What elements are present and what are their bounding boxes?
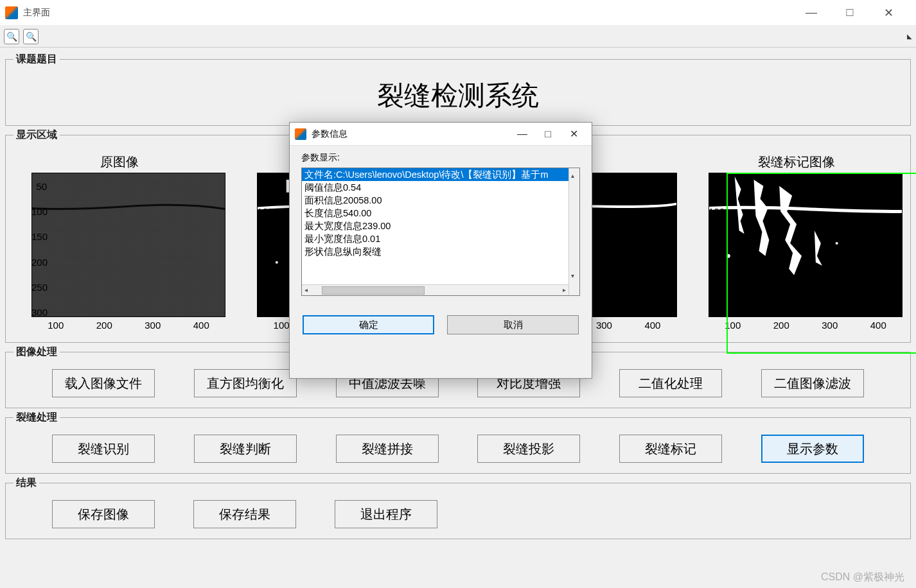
y-ticks: 50100150200250300 <box>257 173 274 317</box>
topic-legend: 课题题目 <box>13 53 60 66</box>
dialog-minimize-button[interactable]: — <box>509 128 535 140</box>
listbox-item[interactable]: 长度信息540.00 <box>302 207 579 220</box>
binary-filter-button[interactable]: 二值图像滤波 <box>761 369 864 397</box>
dialog-close-button[interactable]: ✕ <box>561 128 586 140</box>
listbox-item[interactable]: 最大宽度信息239.00 <box>302 220 579 232</box>
zoom-in-icon[interactable]: 🔍 <box>4 29 19 44</box>
crack-proc-fieldset: 裂缝处理 裂缝识别 裂缝判断 裂缝拼接 裂缝投影 裂缝标记 显示参数 <box>5 411 911 474</box>
save-result-button[interactable]: 保存结果 <box>193 500 296 528</box>
params-listbox[interactable]: 文件名:C:\Users\lenovo\Desktop\待改\【裂缝识别】基于m… <box>301 168 580 296</box>
axes-title-1: 原图像 <box>13 153 225 169</box>
crack-mark-button[interactable]: 裂缝标记 <box>619 435 722 463</box>
load-image-button[interactable]: 载入图像文件 <box>52 369 155 397</box>
save-image-button[interactable]: 保存图像 <box>52 500 155 528</box>
crack-recognize-button[interactable]: 裂缝识别 <box>52 435 155 463</box>
svg-point-5 <box>276 261 278 264</box>
histeq-button[interactable]: 直方图均衡化 <box>194 369 297 397</box>
show-params-button[interactable]: 显示参数 <box>761 435 864 463</box>
dialog-titlebar[interactable]: 参数信息 — □ ✕ <box>290 123 592 146</box>
app-icon <box>5 6 18 19</box>
svg-rect-1 <box>32 173 225 316</box>
listbox-item[interactable]: 阈值信息0.54 <box>302 181 579 194</box>
dialog-app-icon <box>295 128 306 140</box>
axes-original: 原图像 50100150200250300 100200300400 <box>13 153 225 331</box>
axes-marked: 裂缝标记图像 50100150200250300 <box>691 153 903 331</box>
crack-project-button[interactable]: 裂缝投影 <box>477 435 580 463</box>
x-ticks: 100200300400 <box>13 317 225 331</box>
listbox-vscrollbar[interactable] <box>568 168 579 295</box>
minimize-button[interactable]: — <box>802 6 821 20</box>
original-image <box>31 173 225 317</box>
display-legend: 显示区域 <box>13 128 60 142</box>
results-legend: 结果 <box>13 476 39 490</box>
topic-fieldset: 课题题目 裂缝检测系统 <box>5 53 911 126</box>
listbox-item[interactable]: 面积信息20058.00 <box>302 194 579 207</box>
close-button[interactable]: ✕ <box>879 6 898 20</box>
window-controls: — □ ✕ <box>802 6 911 20</box>
dialog-ok-button[interactable]: 确定 <box>303 315 434 334</box>
hscroll-thumb[interactable] <box>322 286 425 295</box>
image-proc-legend: 图像处理 <box>13 345 60 359</box>
crack-stitch-button[interactable]: 裂缝拼接 <box>336 435 439 463</box>
dialog-label: 参数显示: <box>301 152 580 164</box>
zoom-out-icon[interactable]: 🔍 <box>23 29 39 44</box>
crack-proc-legend: 裂缝处理 <box>13 411 60 424</box>
crack-judge-button[interactable]: 裂缝判断 <box>194 435 297 463</box>
maximize-button[interactable]: □ <box>840 6 859 20</box>
figure-toolbar: 🔍 🔍 ◣ <box>0 26 916 48</box>
params-dialog: 参数信息 — □ ✕ 参数显示: 文件名:C:\Users\lenovo\Des… <box>289 122 592 379</box>
dialog-cancel-button[interactable]: 取消 <box>447 315 579 334</box>
axes-title-4: 裂缝标记图像 <box>691 153 903 169</box>
system-title: 裂缝检测系统 <box>13 71 903 120</box>
results-buttons: 保存图像 保存结果 退出程序 <box>13 494 903 535</box>
watermark: CSDN @紫极神光 <box>821 571 904 584</box>
y-ticks: 50100150200250300 <box>31 173 48 317</box>
listbox-item[interactable]: 形状信息纵向裂缝 <box>302 245 579 258</box>
dialog-maximize-button[interactable]: □ <box>535 128 561 140</box>
dialog-title: 参数信息 <box>312 128 348 140</box>
binarize-button[interactable]: 二值化处理 <box>619 369 722 397</box>
crack-proc-buttons: 裂缝识别 裂缝判断 裂缝拼接 裂缝投影 裂缝标记 显示参数 <box>13 428 903 469</box>
listbox-hscrollbar[interactable] <box>302 284 568 295</box>
listbox-item[interactable]: 最小宽度信息0.01 <box>302 232 579 245</box>
listbox-item[interactable]: 文件名:C:\Users\lenovo\Desktop\待改\【裂缝识别】基于m <box>302 168 579 181</box>
crack-bounding-box <box>727 173 916 354</box>
results-fieldset: 结果 保存图像 保存结果 退出程序 <box>5 476 911 539</box>
exit-button[interactable]: 退出程序 <box>335 500 437 528</box>
toolbar-overflow-icon[interactable]: ◣ <box>907 33 912 40</box>
window-titlebar: 主界面 — □ ✕ <box>0 0 916 26</box>
window-title: 主界面 <box>23 7 802 19</box>
y-ticks: 50100150200250300 <box>709 173 725 317</box>
